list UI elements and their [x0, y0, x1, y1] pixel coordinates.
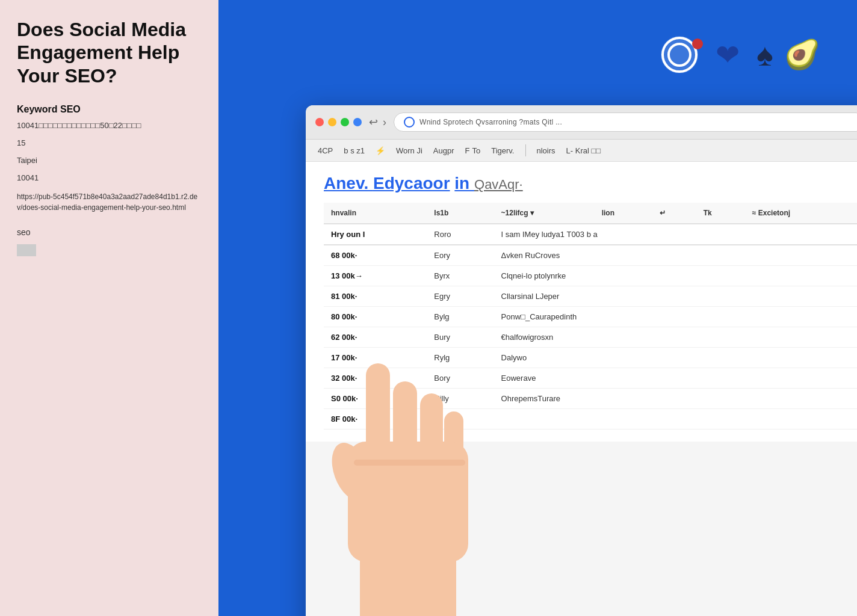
browser-toolbar: 4CP b s z1 ⚡ Worn Ji Augpr F To Tigerv.: [306, 140, 857, 162]
cell-col3: [494, 409, 857, 430]
cell-col3: Cllarsinal LJeper: [494, 286, 857, 307]
browser-chrome: ↩ › Wnind Sprotech Qvsarroning ?mats Qit…: [306, 105, 857, 140]
cell-col3: Ponw□_Caurapedinth: [494, 307, 857, 327]
title-query: QavAqr·: [474, 177, 523, 192]
address-bar[interactable]: Wnind Sprotech Qvsarroning ?mats Qitl ..…: [394, 112, 857, 132]
cell-col2: Rylg: [427, 348, 493, 368]
table-row: 80 00k· Bylg Ponw□_Caurapedinth: [324, 307, 857, 327]
cell-col3: Dalywo: [494, 348, 857, 368]
toolbar-item-to[interactable]: F To: [465, 146, 481, 155]
table-row: 81 00k· Egry Cllarsinal LJeper: [324, 286, 857, 307]
toolbar-item-worm[interactable]: Worn Ji: [396, 146, 422, 155]
keyword-label: Keyword SEO: [17, 104, 202, 115]
icon-avocado: 🥑: [784, 36, 821, 73]
col-header-3[interactable]: ~12lifcg ▾: [494, 203, 595, 224]
cell-col3: OhrepemsTurare: [494, 389, 857, 409]
toolbar-label-nloirs: nloirs: [537, 146, 555, 155]
toolbar-separator: [525, 144, 526, 156]
nav-forward-icon[interactable]: ›: [383, 116, 386, 129]
toolbar-item-nloirs[interactable]: nloirs: [537, 146, 555, 155]
svg-rect-7: [348, 442, 468, 562]
toolbar-item-tiger[interactable]: Tigerv.: [491, 146, 514, 155]
cell-col2: Bory: [427, 368, 493, 389]
table-row: 17 00k· Rylg Dalywo: [324, 348, 857, 368]
article-url[interactable]: https://pub-5c454f571b8e40a3a2aad27ade84…: [17, 191, 202, 213]
top-decorations: ❤ ♠ 🥑: [661, 36, 821, 73]
col-header-5: ↵: [652, 203, 696, 224]
table-body: 68 00k· Eory Δvken RuCroves 13 00k→ Byrx…: [324, 245, 857, 430]
cell-col1: 81 00k·: [324, 286, 427, 307]
svg-point-1: [669, 44, 690, 66]
cell-col1: 17 00k·: [324, 348, 427, 368]
traffic-light-blue[interactable]: [353, 118, 362, 126]
meta-postal: 10041: [17, 172, 202, 185]
title-in: in: [454, 174, 474, 192]
toolbar-label-augpr: Augpr: [433, 146, 454, 155]
toolbar-label-worm: Worn Ji: [396, 146, 422, 155]
svg-rect-9: [354, 460, 465, 466]
browser-content: Anev. Edycaoor in QavAqr· hnvalin ls1b ~…: [306, 162, 857, 442]
table-row: S0 00k· Nilly OhrepemsTurare: [324, 389, 857, 409]
toolbar-item-2[interactable]: b s z1: [344, 146, 365, 155]
browser-window: ↩ › Wnind Sprotech Qvsarroning ?mats Qit…: [306, 105, 857, 616]
traffic-light-red[interactable]: [315, 118, 324, 126]
toolbar-label-2: b s z1: [344, 146, 365, 155]
traffic-light-green[interactable]: [341, 118, 349, 126]
main-area: ❤ ♠ 🥑 ↩ › Wnind Sprotech Qvsarroning ?ma…: [218, 0, 857, 616]
toolbar-item-kral[interactable]: L- Kral □□: [566, 146, 601, 155]
cell-col2: Nilly: [427, 389, 493, 409]
subheader-2: Roro: [427, 224, 493, 245]
toolbar-label-tiger: Tigerv.: [491, 146, 514, 155]
svg-rect-8: [360, 544, 456, 616]
cell-col2: Bury: [427, 327, 493, 348]
cell-col1: 68 00k·: [324, 245, 427, 266]
subheader-3: I sam IMey ludya1 T003 b a: [494, 224, 857, 245]
icon-dot-red: [692, 38, 703, 49]
toolbar-label-1: 4CP: [318, 146, 333, 155]
meta-code: 10041□□□□□□□□□□□□□50□22□□□□: [17, 120, 202, 132]
meta-number: 15: [17, 137, 202, 150]
tag-label: seo: [17, 227, 202, 237]
cell-col1: S0 00k·: [324, 389, 427, 409]
table-row: 62 00k· Bury €halfowigrosxn: [324, 327, 857, 348]
title-main[interactable]: Edycaoor: [373, 174, 450, 192]
cell-col2: Bylg: [427, 307, 493, 327]
table-header-row: hnvalin ls1b ~12lifcg ▾ lion ↵ Tk ≈ Exci…: [324, 203, 857, 224]
tag-box: [17, 244, 36, 256]
browser-icon: [404, 117, 415, 128]
traffic-lights: [315, 118, 362, 126]
cell-col1: 32 00k·: [324, 368, 427, 389]
content-heading: Anev. Edycaoor in QavAqr·: [324, 174, 857, 193]
table-subheader-row: Hry oun I Roro I sam IMey ludya1 T003 b …: [324, 224, 857, 245]
cell-col3: €halfowigrosxn: [494, 327, 857, 348]
cell-col3: Δvken RuCroves: [494, 245, 857, 266]
table-row: 68 00k· Eory Δvken RuCroves: [324, 245, 857, 266]
title-prefix: Anev.: [324, 174, 373, 192]
cell-col2: Byrx: [427, 266, 493, 286]
col-header-1: hnvalin: [324, 203, 427, 224]
article-title: Does Social Media Engagement Help Your S…: [17, 18, 202, 87]
sidebar: Does Social Media Engagement Help Your S…: [0, 0, 218, 616]
nav-back-icon[interactable]: ↩: [369, 116, 378, 129]
toolbar-item-3[interactable]: ⚡: [376, 146, 385, 155]
icon-heart-dark: ♠: [746, 36, 784, 73]
cell-col1: 62 00k·: [324, 327, 427, 348]
cell-col3: Clqnei-lo ptolynrke: [494, 266, 857, 286]
cell-col1: 80 00k·: [324, 307, 427, 327]
cell-col2: Egry: [427, 286, 493, 307]
toolbar-label-3: ⚡: [376, 146, 385, 155]
toolbar-label-kral: L- Kral □□: [566, 146, 601, 155]
address-text: Wnind Sprotech Qvsarroning ?mats Qitl ..…: [419, 118, 562, 126]
toolbar-item-augpr[interactable]: Augpr: [433, 146, 454, 155]
toolbar-label-te: To: [472, 146, 480, 155]
data-table: hnvalin ls1b ~12lifcg ▾ lion ↵ Tk ≈ Exci…: [324, 203, 857, 430]
table-row: 8F 00k·: [324, 409, 857, 430]
cell-col2: Eory: [427, 245, 493, 266]
col-header-2: ls1b: [427, 203, 493, 224]
cell-col2: [427, 409, 493, 430]
cell-col3: Eowerave: [494, 368, 857, 389]
toolbar-item-1[interactable]: 4CP: [318, 146, 333, 155]
col-header-7: ≈ Excietonj: [745, 203, 857, 224]
traffic-light-yellow[interactable]: [328, 118, 336, 126]
col-header-4: lion: [595, 203, 653, 224]
